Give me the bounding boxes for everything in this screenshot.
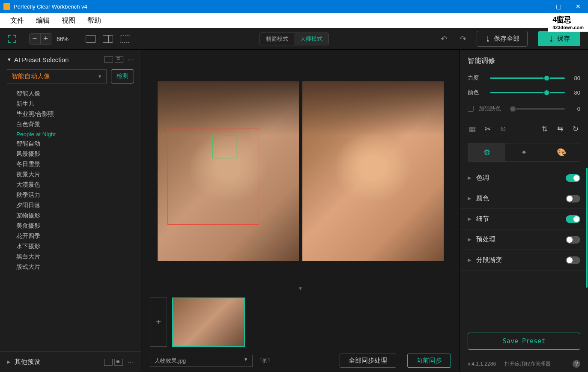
section-toggle[interactable] bbox=[566, 215, 580, 223]
save-preset-button[interactable]: Save Preset bbox=[468, 333, 580, 350]
accordion-section[interactable]: ▶ 颜色 bbox=[460, 188, 588, 209]
window-title: Perfectly Clear Workbench v4 bbox=[14, 3, 532, 10]
open-manager-link[interactable]: 打开应用程序管理器 bbox=[504, 360, 551, 368]
app-icon bbox=[3, 3, 10, 10]
more-icon[interactable]: ⋯ bbox=[127, 358, 134, 366]
preset-item[interactable]: 夜景大片 bbox=[16, 170, 134, 180]
version-label: v:4.1.1.2286 bbox=[468, 361, 496, 367]
color-value: 80 bbox=[570, 89, 580, 96]
tab-adjustments[interactable]: ⚙ bbox=[468, 143, 505, 161]
close-button[interactable]: ✕ bbox=[572, 3, 585, 10]
filename-dropdown[interactable]: 人物效果.jpg ▼ bbox=[150, 355, 253, 367]
enhance-skin-checkbox[interactable] bbox=[468, 106, 474, 112]
preset-dropdown[interactable]: 智能自动人像 ▼ bbox=[7, 69, 107, 83]
tab-simple-mode[interactable]: 精简模式 bbox=[260, 33, 294, 45]
accordion-section[interactable]: ▶ 分段渐变 bbox=[460, 250, 588, 271]
adjustments-accordion: ▶ 色调 ▶ 颜色 ▶ 细节 ▶ 预处理 ▶ 分段渐变 bbox=[460, 162, 588, 327]
chevron-down-icon: ▼ bbox=[98, 74, 102, 79]
before-image bbox=[158, 81, 299, 261]
menu-view[interactable]: 视图 bbox=[56, 16, 81, 25]
chevron-right-icon: ▶ bbox=[468, 175, 471, 181]
accordion-section[interactable]: ▶ 预处理 bbox=[460, 229, 588, 250]
preset-item[interactable]: 白色背景 bbox=[16, 119, 134, 130]
help-icon[interactable]: ? bbox=[573, 360, 580, 368]
preset-item[interactable]: 智能自动 bbox=[16, 139, 134, 149]
preset-item[interactable]: 智能人像 bbox=[16, 89, 134, 99]
menu-help[interactable]: 帮助 bbox=[81, 16, 107, 25]
preset-item[interactable]: 毕业照/合影照 bbox=[16, 109, 134, 119]
grid-view-icon[interactable] bbox=[104, 359, 113, 366]
preset-item[interactable]: 大漠景色 bbox=[16, 180, 134, 190]
add-image-button[interactable]: + bbox=[150, 298, 167, 347]
tab-effects[interactable]: ✦ bbox=[505, 143, 543, 161]
preset-item[interactable]: 美食摄影 bbox=[16, 221, 134, 231]
minimize-button[interactable]: ― bbox=[532, 3, 545, 10]
maximize-button[interactable]: ▢ bbox=[552, 3, 565, 10]
flip-h-icon[interactable]: ⇆ bbox=[555, 125, 565, 134]
section-toggle[interactable] bbox=[566, 256, 580, 264]
preset-item[interactable]: 花开四季 bbox=[16, 231, 134, 241]
preset-item[interactable]: People at Night bbox=[16, 130, 134, 139]
chevron-down-icon: ▼ bbox=[244, 357, 248, 365]
list-view-icon[interactable] bbox=[114, 359, 123, 366]
view-split-icon[interactable] bbox=[103, 35, 113, 43]
accordion-section[interactable]: ▶ 色调 bbox=[460, 168, 588, 188]
save-button[interactable]: ⭳ 保存 bbox=[538, 31, 580, 46]
tab-looks[interactable]: 🎨 bbox=[543, 143, 580, 161]
preset-panel-header[interactable]: ▼ AI Preset Selection ⋯ bbox=[0, 50, 141, 69]
adjustments-title: 智能调修 bbox=[460, 50, 588, 71]
more-icon[interactable]: ⋯ bbox=[128, 56, 134, 63]
sync-all-button[interactable]: 全部同步处理 bbox=[340, 354, 396, 368]
color-label: 颜色 bbox=[468, 89, 485, 96]
preset-item[interactable]: 水下摄影 bbox=[16, 241, 134, 252]
watermark: 4窗忌 423down.com bbox=[548, 13, 588, 32]
preset-item[interactable]: 版式大片 bbox=[16, 262, 134, 272]
menu-file[interactable]: 文件 bbox=[4, 16, 30, 25]
grid-view-icon[interactable] bbox=[104, 56, 113, 63]
image-compare-view[interactable] bbox=[141, 50, 460, 284]
crop-icon[interactable]: ✂ bbox=[483, 125, 492, 134]
window-titlebar: Perfectly Clear Workbench v4 ― ▢ ✕ bbox=[0, 0, 588, 13]
list-view-icon[interactable] bbox=[115, 56, 123, 63]
redo-button[interactable]: ↷ bbox=[460, 34, 466, 44]
toolbar: − + 66% 精简模式 大师模式 ↶ ↷ ⭳ 保存全部 ⭳ 保存 bbox=[0, 28, 588, 50]
strength-slider[interactable] bbox=[490, 77, 565, 79]
preset-item[interactable]: 黑白大片 bbox=[16, 252, 134, 262]
flip-v-icon[interactable]: ⇅ bbox=[540, 125, 549, 134]
tab-master-mode[interactable]: 大师模式 bbox=[294, 33, 328, 45]
face-icon[interactable]: ☺ bbox=[498, 125, 508, 134]
histogram-icon[interactable]: ▦ bbox=[468, 125, 477, 134]
chevron-right-icon: ▶ bbox=[7, 359, 10, 365]
preset-item[interactable]: 夕阳日落 bbox=[16, 200, 134, 211]
strength-value: 80 bbox=[570, 75, 580, 81]
section-toggle[interactable] bbox=[566, 174, 580, 182]
sync-forward-button[interactable]: 向前同步 bbox=[407, 354, 451, 368]
download-icon: ⭳ bbox=[548, 35, 555, 42]
menu-edit[interactable]: 编辑 bbox=[30, 16, 56, 25]
undo-button[interactable]: ↶ bbox=[441, 34, 447, 44]
fit-screen-icon[interactable] bbox=[8, 35, 16, 43]
zoom-out-button[interactable]: − bbox=[29, 33, 40, 45]
detect-button[interactable]: 检测 bbox=[111, 69, 134, 83]
expand-handle[interactable]: ▼ bbox=[141, 284, 460, 293]
section-toggle[interactable] bbox=[566, 195, 580, 202]
scrollbar[interactable] bbox=[586, 168, 588, 288]
accordion-section[interactable]: ▶ 细节 bbox=[460, 209, 588, 229]
preset-item[interactable]: 新生儿 bbox=[16, 99, 134, 109]
chevron-down-icon: ▼ bbox=[7, 57, 12, 62]
zoom-in-button[interactable]: + bbox=[40, 33, 51, 45]
preset-item[interactable]: 秋季活力 bbox=[16, 190, 134, 200]
preset-item[interactable]: 冬日雪景 bbox=[16, 159, 134, 170]
other-presets-header[interactable]: ▶ 其他预设 ⋯ bbox=[0, 351, 141, 372]
save-all-button[interactable]: ⭳ 保存全部 bbox=[477, 31, 528, 47]
enhance-skin-slider[interactable] bbox=[510, 108, 565, 110]
view-crop-icon[interactable] bbox=[120, 35, 130, 43]
chevron-right-icon: ▶ bbox=[468, 237, 471, 242]
preset-item[interactable]: 宠物摄影 bbox=[16, 211, 134, 221]
color-slider[interactable] bbox=[490, 92, 565, 93]
section-toggle[interactable] bbox=[566, 236, 580, 244]
view-single-icon[interactable] bbox=[86, 35, 96, 43]
thumbnail[interactable] bbox=[172, 298, 245, 347]
preset-item[interactable]: 风景摄影 bbox=[16, 149, 134, 159]
rotate-icon[interactable]: ↻ bbox=[571, 125, 580, 134]
